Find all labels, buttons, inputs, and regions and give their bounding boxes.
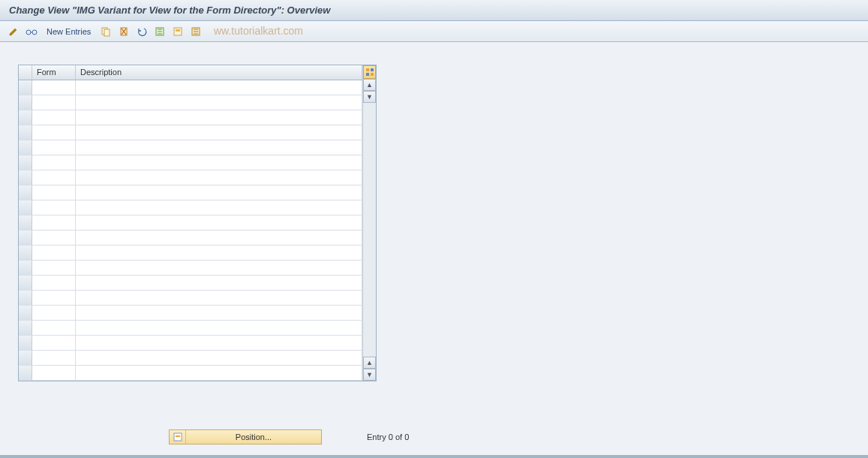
- table-settings-button[interactable]: [363, 65, 376, 79]
- cell-description[interactable]: [76, 276, 362, 290]
- data-grid: Form Description: [19, 65, 362, 381]
- cell-description[interactable]: [76, 200, 362, 215]
- page-title: Change View "IMG Variant for View for th…: [9, 5, 330, 16]
- cell-form[interactable]: [32, 276, 76, 290]
- row-selector[interactable]: [19, 306, 32, 320]
- cell-form[interactable]: [32, 170, 76, 185]
- glasses-detail-button[interactable]: [24, 24, 39, 39]
- cell-description[interactable]: [76, 366, 362, 380]
- cell-form[interactable]: [32, 246, 76, 260]
- row-selector[interactable]: [19, 231, 32, 245]
- cell-description[interactable]: [76, 231, 362, 245]
- cell-form[interactable]: [32, 155, 76, 170]
- cell-form[interactable]: [32, 366, 76, 380]
- cell-description[interactable]: [76, 170, 362, 185]
- cell-description[interactable]: [76, 306, 362, 320]
- copy-as-button[interactable]: [98, 24, 113, 39]
- cell-form[interactable]: [32, 231, 76, 245]
- cell-description[interactable]: [76, 155, 362, 170]
- table-body: [19, 80, 362, 381]
- cell-form[interactable]: [32, 261, 76, 275]
- row-selector[interactable]: [19, 155, 32, 170]
- cell-form[interactable]: [32, 215, 76, 230]
- row-selector[interactable]: [19, 261, 32, 275]
- position-icon: [170, 430, 186, 444]
- cell-description[interactable]: [76, 351, 362, 365]
- svg-rect-11: [366, 73, 369, 76]
- cell-form[interactable]: [32, 185, 76, 200]
- undo-button[interactable]: [134, 24, 149, 39]
- table-row: [19, 336, 362, 351]
- row-selector[interactable]: [19, 200, 32, 215]
- row-selector[interactable]: [19, 246, 32, 260]
- table-row: [19, 246, 362, 261]
- scroll-down-page-button[interactable]: ▲: [363, 357, 376, 369]
- cell-description[interactable]: [76, 110, 362, 125]
- scrollbar-track[interactable]: [363, 103, 376, 357]
- cell-form[interactable]: [32, 200, 76, 215]
- cell-form[interactable]: [32, 125, 76, 140]
- table-row: [19, 170, 362, 185]
- row-selector[interactable]: [19, 80, 32, 95]
- row-selector[interactable]: [19, 125, 32, 140]
- svg-point-1: [32, 30, 37, 35]
- column-header-selector[interactable]: [19, 65, 32, 80]
- delete-button[interactable]: [116, 24, 131, 39]
- svg-rect-10: [371, 68, 374, 71]
- cell-description[interactable]: [76, 215, 362, 230]
- cell-form[interactable]: [32, 351, 76, 365]
- row-selector[interactable]: [19, 140, 32, 155]
- cell-form[interactable]: [32, 140, 76, 155]
- cell-description[interactable]: [76, 185, 362, 200]
- cell-description[interactable]: [76, 246, 362, 260]
- table-row: [19, 306, 362, 321]
- row-selector[interactable]: [19, 185, 32, 200]
- row-selector[interactable]: [19, 291, 32, 305]
- row-selector[interactable]: [19, 351, 32, 365]
- scroll-up-page-button[interactable]: ▼: [363, 91, 376, 103]
- cell-form[interactable]: [32, 321, 76, 335]
- row-selector[interactable]: [19, 215, 32, 230]
- row-selector[interactable]: [19, 336, 32, 350]
- cell-form[interactable]: [32, 95, 76, 110]
- position-button[interactable]: Position...: [169, 429, 322, 444]
- table-row: [19, 110, 362, 125]
- row-selector[interactable]: [19, 321, 32, 335]
- cell-description[interactable]: [76, 140, 362, 155]
- scroll-down-button[interactable]: ▼: [363, 369, 376, 381]
- cell-form[interactable]: [32, 306, 76, 320]
- select-block-button[interactable]: [170, 24, 185, 39]
- cell-form[interactable]: [32, 336, 76, 350]
- cell-form[interactable]: [32, 110, 76, 125]
- vertical-scrollbar: ▲ ▼ ▲ ▼: [362, 65, 376, 381]
- table-header-row: Form Description: [19, 65, 362, 80]
- cell-description[interactable]: [76, 95, 362, 110]
- cell-description[interactable]: [76, 321, 362, 335]
- cell-description[interactable]: [76, 261, 362, 275]
- cell-description[interactable]: [76, 291, 362, 305]
- row-selector[interactable]: [19, 110, 32, 125]
- table-row: [19, 261, 362, 276]
- cell-form[interactable]: [32, 291, 76, 305]
- row-selector[interactable]: [19, 366, 32, 380]
- cell-form[interactable]: [32, 80, 76, 95]
- svg-point-0: [26, 30, 31, 35]
- cell-description[interactable]: [76, 80, 362, 95]
- deselect-all-button[interactable]: [188, 24, 203, 39]
- table-row: [19, 140, 362, 155]
- cell-description[interactable]: [76, 125, 362, 140]
- column-header-description[interactable]: Description: [76, 65, 362, 80]
- svg-rect-7: [176, 29, 180, 32]
- footer-bar: Position... Entry 0 of 0: [169, 429, 409, 444]
- table-row: [19, 366, 362, 381]
- toggle-display-change-button[interactable]: [6, 24, 21, 39]
- scroll-up-button[interactable]: ▲: [363, 79, 376, 91]
- new-entries-button[interactable]: New Entries: [42, 26, 95, 38]
- row-selector[interactable]: [19, 170, 32, 185]
- column-header-form[interactable]: Form: [32, 65, 76, 80]
- row-selector[interactable]: [19, 276, 32, 290]
- row-selector[interactable]: [19, 95, 32, 110]
- select-all-button[interactable]: [152, 24, 167, 39]
- cell-description[interactable]: [76, 336, 362, 350]
- toolbar: New Entries ww.tutorialkart.com: [0, 21, 868, 42]
